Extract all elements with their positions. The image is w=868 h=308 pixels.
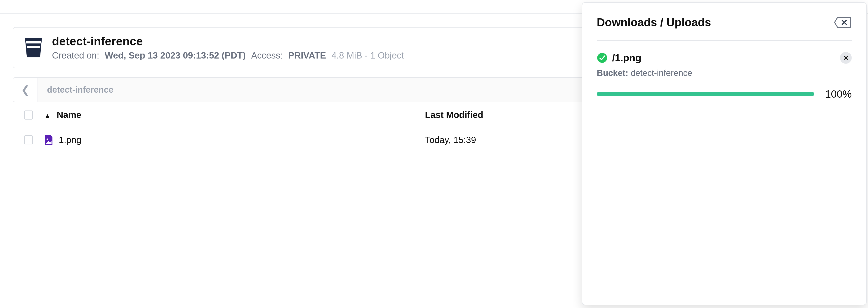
remove-download-item-button[interactable]: ✕ — [840, 52, 852, 64]
download-item-bucket-name: detect-inference — [631, 68, 692, 78]
created-on-value: Wed, Sep 13 2023 09:13:52 (PDT) — [105, 51, 246, 61]
success-check-icon — [597, 53, 608, 63]
header-select-all-cell — [13, 111, 44, 120]
column-name-label: Name — [57, 110, 81, 120]
download-progress-percent: 100% — [825, 88, 852, 100]
column-header-name[interactable]: ▲ Name — [44, 110, 425, 120]
sort-asc-icon: ▲ — [44, 112, 51, 119]
svg-rect-0 — [26, 41, 41, 43]
downloads-uploads-panel: Downloads / Uploads /1.png ✕ — [582, 2, 867, 305]
row-select-cell — [13, 135, 44, 145]
download-item: /1.png ✕ Bucket: detect-inference 100% — [597, 41, 852, 100]
svg-point-2 — [46, 138, 49, 140]
bucket-size-line: 4.8 MiB - 1 Object — [331, 51, 404, 61]
download-progress-row: 100% — [597, 88, 852, 100]
download-item-filename: /1.png — [612, 52, 642, 63]
download-item-header: /1.png ✕ — [597, 52, 852, 64]
row-name-cell: 1.png — [44, 134, 425, 145]
close-panel-button[interactable] — [834, 16, 852, 28]
download-progress-bar — [597, 92, 814, 96]
row-checkbox[interactable] — [24, 135, 33, 145]
download-progress-fill — [597, 92, 814, 96]
row-file-name: 1.png — [59, 135, 81, 145]
download-item-bucket-line: Bucket: detect-inference — [597, 68, 852, 78]
download-item-name: /1.png — [597, 52, 642, 63]
select-all-checkbox[interactable] — [24, 111, 33, 120]
column-modified-label: Last Modified — [425, 110, 483, 120]
access-value: PRIVATE — [288, 51, 326, 61]
back-button[interactable]: ❮ — [13, 77, 37, 102]
svg-point-3 — [597, 53, 607, 63]
access-label: Access: — [251, 51, 283, 61]
close-icon: ✕ — [843, 54, 848, 62]
downloads-panel-title: Downloads / Uploads — [597, 16, 711, 29]
downloads-panel-header: Downloads / Uploads — [597, 16, 852, 41]
svg-rect-1 — [27, 46, 40, 49]
image-file-icon — [44, 134, 53, 145]
chevron-left-icon: ❮ — [21, 84, 30, 96]
breadcrumb-current: detect-inference — [47, 85, 114, 95]
created-on-label: Created on: — [52, 51, 99, 61]
bucket-icon — [23, 37, 44, 59]
download-item-bucket-label: Bucket: — [597, 68, 628, 78]
row-modified-value: Today, 15:39 — [425, 135, 476, 145]
